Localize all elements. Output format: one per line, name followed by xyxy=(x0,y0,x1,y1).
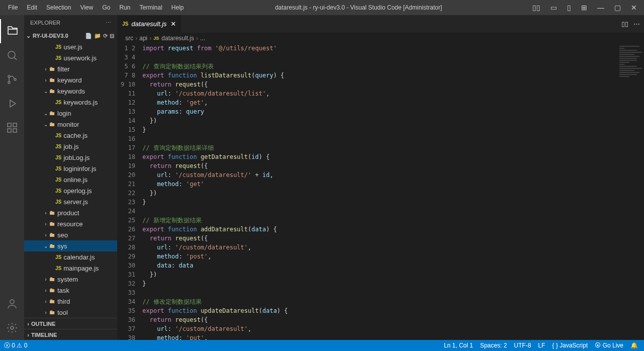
file-item[interactable]: JSonline.js xyxy=(24,174,117,185)
title-bar: File Edit Selection View Go Run Terminal… xyxy=(0,0,644,15)
folder-item[interactable]: ⌄🖿sys xyxy=(24,240,117,251)
folder-item[interactable]: ⌄🖿login xyxy=(24,108,117,119)
project-name: RY-UI-DEV3.0 xyxy=(33,33,68,39)
tab-dataresult[interactable]: JS dataresult.js ✕ xyxy=(117,15,182,33)
project-header[interactable]: ⌄ RY-UI-DEV3.0 📄 📁 ⟳ ⊟ xyxy=(24,30,117,41)
breadcrumb[interactable]: src› api› JSdataresult.js› ... xyxy=(117,33,644,44)
chevron-right-icon: › xyxy=(42,310,49,315)
debug-icon[interactable] xyxy=(0,92,24,116)
menu-view[interactable]: View xyxy=(76,2,97,13)
maximize-button[interactable]: ▢ xyxy=(611,2,624,14)
crumb-src[interactable]: src xyxy=(125,35,133,42)
status-spaces[interactable]: Spaces: 2 xyxy=(480,342,507,349)
chevron-right-icon: › xyxy=(42,232,49,238)
customize-icon[interactable]: ⊞ xyxy=(578,2,590,14)
tree-label: product xyxy=(57,209,79,217)
file-item[interactable]: JSlogininfor.js xyxy=(24,163,117,174)
account-icon[interactable] xyxy=(0,292,24,316)
file-item[interactable]: JScalendar.js xyxy=(24,251,117,262)
folder-item[interactable]: ›🖿task xyxy=(24,285,117,296)
file-item[interactable]: JSoperlog.js xyxy=(24,185,117,196)
folder-item[interactable]: ›🖿product xyxy=(24,207,117,218)
tree-label: keyword xyxy=(57,76,82,84)
menu-selection[interactable]: Selection xyxy=(42,2,75,13)
menu-file[interactable]: File xyxy=(4,2,22,13)
file-item[interactable]: JSjobLog.js xyxy=(24,152,117,163)
minimap[interactable] xyxy=(614,44,644,340)
minimize-button[interactable]: — xyxy=(594,2,607,14)
file-item[interactable]: JSuser.js xyxy=(24,41,117,52)
menu-bar: File Edit Selection View Go Run Terminal… xyxy=(0,2,188,13)
menu-help[interactable]: Help xyxy=(168,2,188,13)
menu-terminal[interactable]: Terminal xyxy=(135,2,166,13)
tree-label: monitor xyxy=(57,121,79,128)
folder-item[interactable]: ⌄🖿monitor xyxy=(24,119,117,130)
chevron-down-icon: ⌄ xyxy=(42,122,49,127)
sidebar-icon[interactable]: ▯ xyxy=(564,2,574,14)
folder-icon: 🖿 xyxy=(49,231,55,238)
chevron-down-icon: ⌄ xyxy=(42,89,49,94)
chevron-down-icon: ⌄ xyxy=(42,111,49,116)
more-actions-icon[interactable]: ⋯ xyxy=(633,20,640,28)
tree-label: user.js xyxy=(63,43,83,51)
close-tab-icon[interactable]: ✕ xyxy=(171,20,176,28)
timeline-header[interactable]: ›TIMELINE xyxy=(24,329,117,340)
explorer-icon[interactable] xyxy=(0,19,24,43)
collapse-icon[interactable]: ⊟ xyxy=(110,33,114,39)
file-item[interactable]: JSkeywords.js xyxy=(24,97,117,108)
svg-rect-6 xyxy=(8,129,11,132)
crumb-file[interactable]: dataresult.js xyxy=(162,35,194,42)
menu-edit[interactable]: Edit xyxy=(23,2,41,13)
file-item[interactable]: JSuserwork.js xyxy=(24,52,117,63)
new-file-icon[interactable]: 📄 xyxy=(85,33,92,39)
folder-item[interactable]: ›🖿seo xyxy=(24,229,117,240)
folder-item[interactable]: ›🖿system xyxy=(24,274,117,285)
js-icon: JS xyxy=(55,177,61,183)
status-ln-col[interactable]: Ln 1, Col 1 xyxy=(444,342,473,349)
status-eol[interactable]: LF xyxy=(538,342,545,349)
file-item[interactable]: JSjob.js xyxy=(24,141,117,152)
status-golive[interactable]: ⦿ Go Live xyxy=(595,342,623,349)
crumb-more[interactable]: ... xyxy=(200,35,205,42)
tree-label: task xyxy=(57,287,69,294)
folder-item[interactable]: ›🖿filter xyxy=(24,63,117,74)
folder-icon: 🖿 xyxy=(49,209,55,216)
split-editor-icon[interactable]: ▯▯ xyxy=(621,20,628,28)
close-button[interactable]: ✕ xyxy=(628,2,640,14)
folder-item[interactable]: ›🖿keyword xyxy=(24,74,117,85)
tree-label: server.js xyxy=(63,198,88,206)
chevron-right-icon: › xyxy=(42,66,49,72)
menu-run[interactable]: Run xyxy=(115,2,134,13)
file-item[interactable]: JSmainpage.js xyxy=(24,262,117,274)
folder-item[interactable]: ›🖿third xyxy=(24,296,117,307)
explorer-more-icon[interactable]: ⋯ xyxy=(106,20,111,26)
layout-icon[interactable]: ▯▯ xyxy=(529,2,543,14)
status-errors[interactable]: ⓧ 0 ⚠ 0 xyxy=(4,341,27,350)
folder-item[interactable]: ⌄🖿keywords xyxy=(24,85,117,97)
crumb-api[interactable]: api xyxy=(139,35,147,42)
window-controls: ▯▯ ▭ ▯ ⊞ — ▢ ✕ xyxy=(529,2,644,14)
folder-icon: 🖿 xyxy=(49,276,55,283)
js-icon: JS xyxy=(55,144,61,149)
status-encoding[interactable]: UTF-8 xyxy=(514,342,531,349)
extensions-icon[interactable] xyxy=(0,116,24,140)
search-icon[interactable] xyxy=(0,43,24,67)
file-item[interactable]: JScache.js xyxy=(24,130,117,141)
explorer-header: EXPLORER ⋯ xyxy=(24,15,117,30)
file-tree[interactable]: JSuser.jsJSuserwork.js›🖿filter›🖿keyword⌄… xyxy=(24,41,117,318)
refresh-icon[interactable]: ⟳ xyxy=(103,33,108,39)
outline-header[interactable]: ›OUTLINE xyxy=(24,318,117,329)
settings-icon[interactable] xyxy=(0,316,24,340)
panel-icon[interactable]: ▭ xyxy=(547,2,560,14)
tree-label: third xyxy=(57,298,70,305)
code-editor[interactable]: import request from '@/utils/request' //… xyxy=(142,44,614,340)
menu-go[interactable]: Go xyxy=(98,2,114,13)
folder-item[interactable]: ›🖿tool xyxy=(24,307,117,318)
new-folder-icon[interactable]: 📁 xyxy=(94,33,101,39)
folder-item[interactable]: ›🖿resource xyxy=(24,218,117,229)
source-control-icon[interactable] xyxy=(0,67,24,92)
folder-icon: 🖿 xyxy=(49,121,55,128)
status-bell-icon[interactable]: 🔔 xyxy=(630,342,638,349)
status-lang[interactable]: { } JavaScript xyxy=(552,342,588,349)
file-item[interactable]: JSserver.js xyxy=(24,196,117,207)
